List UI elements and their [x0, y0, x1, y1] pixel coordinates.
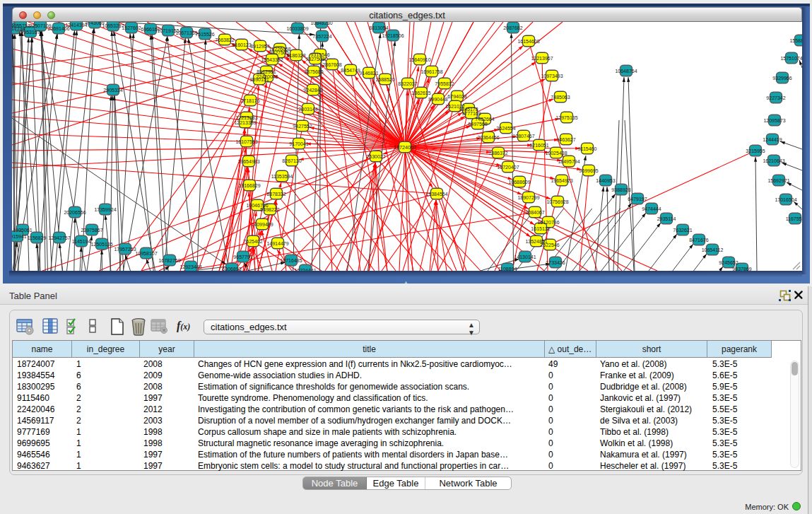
svg-text:15692971: 15692971 — [767, 178, 789, 183]
svg-text:19166829: 19166829 — [238, 183, 260, 188]
svg-text:2530027: 2530027 — [366, 154, 385, 159]
svg-text:7485063: 7485063 — [551, 95, 570, 100]
svg-text:2718176: 2718176 — [240, 98, 259, 103]
svg-text:7357224: 7357224 — [312, 34, 331, 39]
svg-text:14914479: 14914479 — [266, 241, 288, 246]
svg-text:9242848: 9242848 — [303, 88, 322, 93]
svg-text:9837869: 9837869 — [732, 267, 751, 271]
svg-text:12213967: 12213967 — [531, 56, 553, 61]
svg-text:12213383: 12213383 — [235, 115, 257, 120]
svg-text:15751074: 15751074 — [780, 56, 802, 61]
svg-text:1733426: 1733426 — [546, 260, 565, 265]
svg-text:18724007: 18724007 — [394, 144, 416, 151]
svg-text:16154608: 16154608 — [517, 39, 539, 44]
svg-text:8160123: 8160123 — [232, 42, 251, 47]
svg-text:9463627: 9463627 — [556, 137, 575, 142]
svg-text:8454749: 8454749 — [341, 68, 360, 73]
svg-text:1108894: 1108894 — [498, 267, 517, 271]
svg-text:16224441: 16224441 — [294, 268, 316, 271]
svg-text:15640910: 15640910 — [408, 57, 430, 62]
svg-text:6216051: 6216051 — [529, 143, 548, 148]
svg-text:19384554: 19384554 — [425, 192, 447, 197]
svg-text:10671355: 10671355 — [175, 30, 197, 35]
svg-text:9329966: 9329966 — [772, 76, 792, 81]
svg-text:2867608: 2867608 — [322, 62, 341, 67]
svg-text:3875685: 3875685 — [304, 69, 323, 74]
svg-text:19218506: 19218506 — [382, 33, 404, 38]
svg-text:10653287: 10653287 — [102, 23, 124, 28]
svg-text:1362615: 1362615 — [411, 90, 430, 95]
svg-text:1145194: 1145194 — [72, 239, 91, 244]
svg-text:9245652: 9245652 — [719, 260, 738, 265]
svg-text:10756928: 10756928 — [546, 199, 568, 204]
svg-text:7515526: 7515526 — [195, 32, 214, 37]
svg-text:12095873: 12095873 — [763, 118, 785, 123]
svg-text:9115460: 9115460 — [578, 146, 597, 151]
svg-text:9474444: 9474444 — [642, 206, 661, 211]
svg-text:8912951: 8912951 — [257, 69, 276, 74]
svg-text:8813054: 8813054 — [369, 25, 388, 30]
svg-text:3624554: 3624554 — [496, 126, 515, 131]
svg-text:10973493: 10973493 — [541, 74, 563, 78]
svg-text:11353594: 11353594 — [271, 174, 293, 179]
svg-text:16782759: 16782759 — [158, 258, 180, 263]
svg-text:14099489: 14099489 — [251, 222, 273, 227]
svg-text:20364456: 20364456 — [477, 135, 499, 140]
svg-text:9657791: 9657791 — [233, 255, 252, 259]
svg-text:5498222: 5498222 — [260, 207, 279, 212]
svg-text:10848230: 10848230 — [310, 22, 332, 25]
svg-text:9777169: 9777169 — [461, 111, 481, 116]
svg-text:7632621: 7632621 — [673, 228, 692, 233]
svg-text:2905334: 2905334 — [103, 88, 122, 93]
svg-text:6306893: 6306893 — [222, 267, 241, 271]
svg-text:19654983: 19654983 — [237, 159, 259, 164]
svg-text:16107553: 16107553 — [235, 139, 257, 144]
svg-text:10958107: 10958107 — [135, 251, 157, 256]
svg-text:7386372: 7386372 — [488, 151, 507, 156]
svg-text:12505135: 12505135 — [90, 242, 112, 247]
svg-text:23975867: 23975867 — [81, 228, 102, 233]
svg-text:10648764: 10648764 — [615, 69, 637, 74]
svg-text:10543362: 10543362 — [261, 57, 283, 62]
svg-text:19716485: 19716485 — [280, 258, 302, 263]
svg-text:6497568: 6497568 — [468, 122, 487, 127]
svg-text:9170041: 9170041 — [289, 141, 308, 146]
svg-text:9953167: 9953167 — [20, 30, 40, 35]
svg-text:8322037: 8322037 — [398, 81, 417, 86]
svg-text:8471676: 8471676 — [689, 238, 708, 243]
svg-text:9084067: 9084067 — [525, 210, 544, 215]
svg-text:1156829: 1156829 — [28, 235, 47, 240]
svg-text:9388928: 9388928 — [611, 187, 630, 192]
svg-text:8878332: 8878332 — [266, 192, 286, 197]
svg-text:1244419: 1244419 — [763, 137, 782, 142]
svg-text:12942757: 12942757 — [48, 235, 70, 240]
svg-text:1935061: 1935061 — [13, 228, 32, 233]
svg-text:6479197: 6479197 — [628, 197, 647, 201]
svg-text:7462664: 7462664 — [475, 117, 494, 122]
svg-text:10025438: 10025438 — [545, 151, 567, 156]
svg-text:16210643: 16210643 — [763, 158, 784, 163]
svg-text:8912954: 8912954 — [250, 44, 269, 49]
svg-text:15588301: 15588301 — [789, 38, 802, 43]
svg-text:16961758: 16961758 — [420, 69, 442, 74]
svg-text:15720407: 15720407 — [497, 165, 519, 170]
svg-text:9227342: 9227342 — [766, 95, 785, 100]
svg-text:17016504: 17016504 — [775, 197, 796, 202]
svg-text:16033809: 16033809 — [286, 26, 308, 31]
svg-text:1588520: 1588520 — [375, 77, 394, 82]
svg-text:18907299: 18907299 — [517, 195, 539, 200]
svg-text:1615132: 1615132 — [531, 226, 550, 231]
svg-text:7955812: 7955812 — [435, 81, 454, 86]
svg-text:1440953: 1440953 — [596, 178, 615, 183]
svg-text:9427552: 9427552 — [293, 124, 312, 129]
svg-text:3215955: 3215955 — [746, 148, 765, 153]
svg-text:8267130: 8267130 — [282, 158, 301, 163]
svg-text:12923448: 12923448 — [180, 264, 201, 269]
svg-text:2935114: 2935114 — [657, 216, 676, 221]
svg-text:18495794: 18495794 — [558, 159, 579, 164]
svg-text:7663822: 7663822 — [215, 37, 234, 42]
svg-text:12975135: 12975135 — [555, 115, 577, 120]
svg-text:1167553: 1167553 — [786, 216, 802, 221]
svg-text:9890151: 9890151 — [249, 77, 269, 82]
svg-text:8990448: 8990448 — [428, 97, 447, 102]
